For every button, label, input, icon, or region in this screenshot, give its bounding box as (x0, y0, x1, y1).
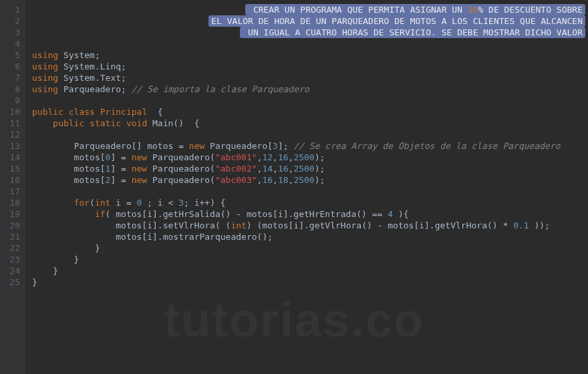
code-line: motos[i].setVlrHora( (int) (motos[i].get… (32, 220, 588, 231)
code-editor: 1 2 3 4 5 6 7 8 9 10 11 12 13 14 15 16 1… (0, 0, 588, 374)
code-line: } (32, 254, 588, 265)
code-line: public static void Main() { (32, 118, 588, 129)
line-number: 23 (0, 254, 20, 265)
code-line: motos[i].mostrarParqueadero(); (32, 231, 588, 242)
line-numbers-gutter: 1 2 3 4 5 6 7 8 9 10 11 12 13 14 15 16 1… (0, 0, 25, 374)
line-number: 25 (0, 276, 20, 288)
code-line: using System.Text; (32, 72, 588, 83)
line-number: 7 (0, 72, 20, 83)
line-number: 21 (0, 231, 20, 242)
code-line (32, 186, 588, 197)
line-number: 14 (0, 152, 20, 163)
code-line: using Parqueadero; // Se importa la clas… (32, 83, 588, 95)
code-area[interactable]: CREAR UN PROGRAMA QUE PERMITA ASIGNAR UN… (25, 0, 588, 374)
code-line: using System.Linq; (32, 61, 588, 72)
line-number: 18 (0, 197, 20, 208)
code-line: motos[1] = new Parqueadero("abc002",14,1… (32, 163, 588, 174)
line-number: 22 (0, 242, 20, 254)
code-line: if( motos[i].getHrSalida() - motos[i].ge… (32, 208, 588, 220)
line-number: 16 (0, 174, 20, 186)
code-line (32, 129, 588, 140)
code-line: public class Principal { (32, 106, 588, 118)
code-line: } (32, 242, 588, 254)
line-number: 24 (0, 265, 20, 276)
line-number: 6 (0, 61, 20, 72)
line-number: 3 (0, 27, 20, 38)
line-number: 17 (0, 186, 20, 197)
line-number: 20 (0, 220, 20, 231)
line-number: 5 (0, 49, 20, 61)
code-line: } (32, 265, 588, 276)
line-number: 2 (0, 15, 20, 27)
line-number: 4 (0, 38, 20, 49)
code-line: } (32, 276, 588, 288)
line-number: 19 (0, 208, 20, 220)
line-number: 12 (0, 129, 20, 140)
selected-comment-block: CREAR UN PROGRAMA QUE PERMITA ASIGNAR UN… (208, 4, 585, 38)
line-number: 8 (0, 83, 20, 95)
line-number: 13 (0, 140, 20, 152)
line-number: 15 (0, 163, 20, 174)
line-number: 1 (0, 4, 20, 15)
code-line: using System; (32, 49, 588, 61)
code-line (32, 95, 588, 106)
line-number: 11 (0, 118, 20, 129)
code-line: motos[0] = new Parqueadero("abc001",12,1… (32, 152, 588, 163)
code-line (32, 38, 588, 49)
code-line: for(int i = 0 ; i < 3; i++) { (32, 197, 588, 208)
code-line: motos[2] = new Parqueadero("abc003",16,1… (32, 174, 588, 186)
code-line: Parqueadero[] motos = new Parqueadero[3]… (32, 140, 588, 152)
line-number: 10 (0, 106, 20, 118)
line-number: 9 (0, 95, 20, 106)
